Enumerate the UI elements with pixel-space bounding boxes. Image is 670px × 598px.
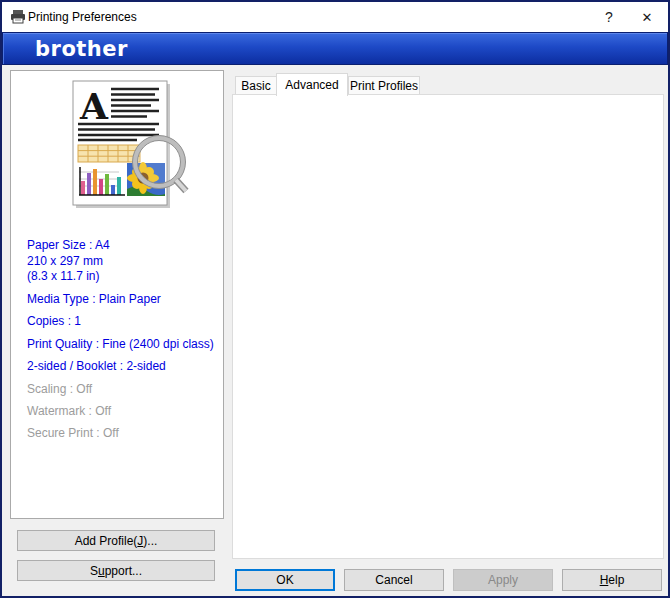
brother-logo: brother [35,37,128,61]
summary-scaling: Scaling : Off [27,382,92,396]
svg-text:A: A [79,85,109,127]
window-title: Printing Preferences [28,10,137,24]
document-preview-image: A [67,77,197,211]
brand-band: brother [2,32,668,65]
summary-paper-mm: 210 x 297 mm [27,254,103,268]
apply-button: Apply [453,569,553,591]
advanced-tab-page [232,94,664,559]
tab-print-profiles[interactable]: Print Profiles [348,76,420,95]
printing-preferences-dialog: Printing Preferences ? ✕ brother A [0,0,670,598]
summary-secure-print: Secure Print : Off [27,426,119,440]
cancel-button[interactable]: Cancel [344,569,444,591]
printer-icon [10,10,26,24]
support-button[interactable]: Support... [17,560,215,581]
tab-advanced[interactable]: Advanced [276,73,348,96]
help-titlebar-button[interactable]: ? [594,2,624,32]
tab-basic[interactable]: Basic [235,76,277,95]
summary-media-type: Media Type : Plain Paper [27,292,161,306]
summary-paper-in: (8.3 x 11.7 in) [27,269,99,283]
ok-button[interactable]: OK [235,569,335,591]
add-profile-button[interactable]: Add Profile(J)... [17,530,215,551]
summary-2sided: 2-sided / Booklet : 2-sided [27,359,166,373]
summary-watermark: Watermark : Off [27,404,111,418]
print-summary-panel: A [10,70,224,519]
summary-paper-size: Paper Size : A4 [27,238,110,252]
title-bar: Printing Preferences ? ✕ [2,2,668,32]
summary-copies: Copies : 1 [27,314,81,328]
close-button[interactable]: ✕ [632,2,662,32]
summary-print-quality: Print Quality : Fine (2400 dpi class) [27,337,214,351]
help-button[interactable]: Help [562,569,662,591]
